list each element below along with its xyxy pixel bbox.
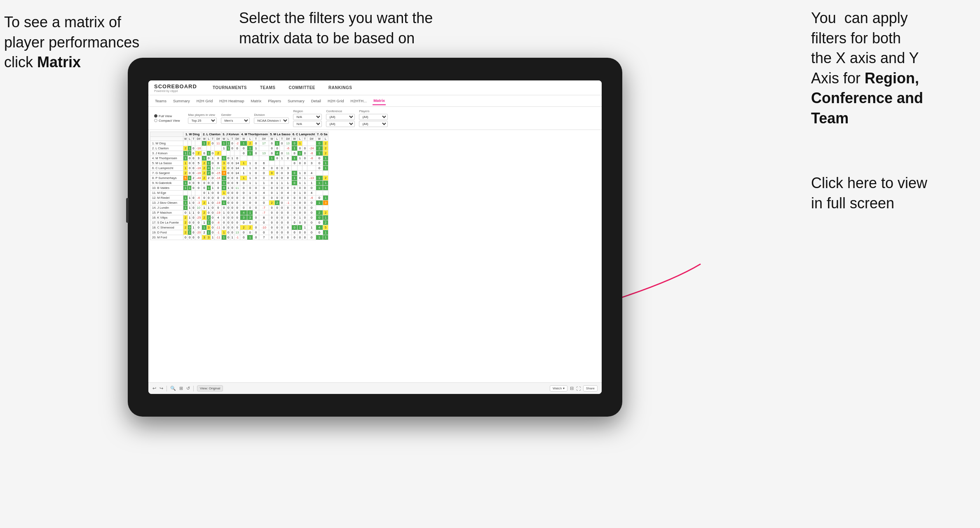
cell: 1 — [188, 215, 192, 220]
cell: 1 — [302, 181, 307, 186]
col-sub-1-w: W — [183, 137, 188, 141]
filter-conference-x-select[interactable]: (All) — [326, 114, 355, 120]
filter-players-y-select[interactable]: (All) — [359, 121, 388, 127]
cell: 1 — [188, 146, 192, 151]
cell: 1 — [240, 161, 247, 166]
cell: 13 — [234, 230, 240, 235]
grid-icon[interactable]: ⊞ — [179, 386, 183, 391]
refresh-icon[interactable]: ↺ — [186, 386, 190, 391]
undo-icon[interactable]: ↩ — [152, 386, 156, 391]
cell: 0 — [202, 151, 207, 156]
cell: 1 — [222, 146, 227, 151]
table-row: 16. K Vilips 210-25 2204 0000 3308 0000 … — [150, 215, 328, 220]
sub-nav-matrix1[interactable]: Matrix — [250, 97, 262, 105]
cell: 24 — [215, 166, 222, 171]
nav-committee[interactable]: COMMITTEE — [287, 85, 317, 91]
cell: 0 — [192, 235, 195, 240]
cell: 1 — [192, 210, 195, 215]
col-header-2: 2. L Clanton — [202, 132, 222, 137]
zoom-icon[interactable]: 🔍 — [170, 386, 176, 391]
sub-nav-h2h-grid2[interactable]: H2H Grid — [327, 97, 345, 105]
table-row: 19. D Ford 210-20 210-1 10013 0000 0000 … — [150, 230, 328, 235]
filter-division: Division NCAA Division I — [254, 113, 289, 124]
cell: 0 — [247, 200, 253, 205]
cell: 1 — [183, 166, 188, 171]
sub-nav-summary2[interactable]: Summary — [287, 97, 305, 105]
view-original-button[interactable]: View: Original — [197, 385, 223, 391]
cell: 0 — [302, 196, 307, 200]
sub-nav-matrix2[interactable]: Matrix — [373, 97, 386, 105]
cell: 0 — [275, 225, 280, 230]
cell: 0 — [302, 151, 307, 156]
sub-nav-h2h-heatmap[interactable]: H2H Heatmap — [218, 97, 245, 105]
cell: 0 — [230, 225, 234, 230]
nav-rankings[interactable]: RANKINGS — [327, 85, 354, 91]
cell: 1 — [222, 156, 227, 161]
cell: 0 — [195, 235, 202, 240]
cell: 7 — [259, 235, 269, 240]
sub-nav-h2hth[interactable]: H2HTH... — [350, 97, 368, 105]
cell: 1 — [298, 171, 302, 176]
table-row: 1. W Ding 12011 110-2 12017 01013 01 02 — [150, 141, 328, 146]
cell: 0 — [291, 161, 298, 166]
col-sub-1-dif: Dif — [195, 137, 202, 141]
cell: 1 — [298, 181, 302, 186]
screen-options-icon[interactable]: ⊟ — [570, 386, 574, 391]
table-row: 3. J Koivun 1102 0102 01013 04011 010-6 … — [150, 151, 328, 156]
cell: 0 — [284, 196, 291, 200]
filter-gender-select[interactable]: Men's — [221, 118, 250, 124]
sub-nav-detail[interactable]: Detail — [310, 97, 322, 105]
filter-players-x-select[interactable]: (All) — [359, 114, 388, 120]
compact-view-radio[interactable] — [154, 119, 157, 122]
row-label-5: 5. M La Sasso — [150, 161, 183, 166]
cell: 0 — [211, 141, 215, 146]
cell: 0 — [211, 230, 215, 235]
redo-icon[interactable]: ↪ — [159, 386, 163, 391]
cell: 0 — [230, 215, 234, 220]
cell: 1 — [275, 181, 280, 186]
filter-region-x-select[interactable]: N/A — [293, 114, 322, 120]
cell — [302, 141, 307, 146]
filter-region-y-select[interactable]: N/A — [293, 121, 322, 127]
cell: 0 — [230, 181, 234, 186]
full-view-radio[interactable] — [154, 114, 157, 118]
watch-button[interactable]: Watch ▾ — [550, 385, 567, 391]
filter-division-select[interactable]: NCAA Division I — [254, 118, 289, 124]
filter-gender: Gender Men's — [221, 113, 250, 124]
nav-tournaments[interactable]: TOURNAMENTS — [211, 85, 249, 91]
cell: 1 — [211, 186, 215, 191]
cell: 1 — [302, 225, 307, 230]
cell: -7 — [259, 205, 269, 210]
filter-conference: Conference (All) (All) — [326, 109, 355, 127]
nav-teams[interactable]: TEAMS — [258, 85, 277, 91]
cell: 0 — [259, 176, 269, 181]
filter-conference-label: Conference — [326, 109, 355, 113]
filter-conference-y-select[interactable]: (All) — [326, 121, 355, 127]
compact-view-option[interactable]: Compact View — [154, 119, 180, 123]
cell: 2 — [192, 176, 195, 181]
sub-nav-summary1[interactable]: Summary — [172, 97, 191, 105]
cell: 0 — [291, 171, 298, 176]
sub-nav-players[interactable]: Players — [267, 97, 282, 105]
cell: 1 — [207, 151, 211, 156]
cell: 0 — [316, 156, 323, 161]
filter-max-players-select[interactable]: Top 25 — [188, 118, 217, 124]
cell: 1 — [202, 156, 207, 161]
sub-nav-teams[interactable]: Teams — [154, 97, 167, 105]
cell: 1 — [323, 186, 328, 191]
bottom-toolbar: ↩ ↪ 🔍 ⊞ ↺ View: Original Watch ▾ ⊟ ⛶ — [148, 382, 602, 394]
matrix-area[interactable]: 1. W Ding 2. L Clanton 3. J Koivun 4. M … — [148, 130, 602, 382]
cell: 1 — [226, 141, 230, 146]
row-label-1: 1. W Ding — [150, 141, 183, 146]
sub-nav-h2h-grid1[interactable]: H2H Grid — [196, 97, 214, 105]
cell: 0 — [226, 196, 230, 200]
cell: 2 — [207, 171, 211, 176]
annotation-left-text: To see a matrix ofplayer performances — [4, 14, 139, 51]
fullscreen-icon[interactable]: ⛶ — [576, 386, 581, 391]
cell: 0 — [307, 205, 316, 210]
cell: 8 — [259, 215, 269, 220]
share-button[interactable]: Share — [583, 385, 598, 391]
cell: 0 — [234, 225, 240, 230]
full-view-option[interactable]: Full View — [154, 114, 180, 118]
cell: 1 — [183, 151, 188, 156]
